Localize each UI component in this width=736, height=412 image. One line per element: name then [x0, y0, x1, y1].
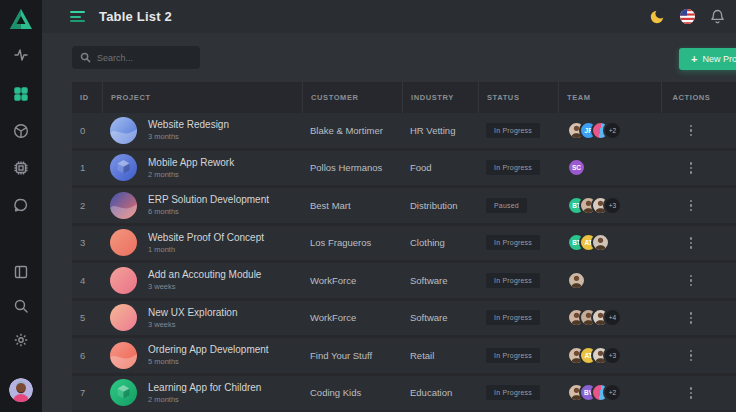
new-project-button[interactable]: + New Project: [679, 48, 736, 70]
team-avatar-photo: [567, 271, 586, 290]
actions-cell: [661, 113, 721, 148]
row-id: 2: [72, 188, 102, 223]
industry-cell: Software: [402, 301, 478, 336]
table-row: 4 Add an Accouting Module 3 weeks WorkFo…: [72, 263, 736, 301]
project-cell: Website Redesign 3 months: [102, 113, 302, 148]
customer-cell: Pollos Hermanos: [302, 151, 402, 186]
table-header: ID PROJECT CUSTOMER INDUSTRY STATUS TEAM…: [72, 82, 736, 113]
row-actions-menu-icon[interactable]: [686, 346, 697, 366]
dashboard-grid-icon[interactable]: [13, 86, 29, 102]
search-icon: [80, 52, 91, 63]
industry-cell: Education: [402, 376, 478, 411]
row-id: 5: [72, 301, 102, 336]
project-duration: 3 weeks: [148, 320, 237, 329]
project-avatar: [110, 379, 137, 406]
bell-icon[interactable]: [709, 8, 726, 25]
team-avatars: JP+2: [558, 113, 661, 148]
industry-cell: Clothing: [402, 226, 478, 261]
row-actions-menu-icon[interactable]: [686, 121, 697, 141]
status-badge: In Progress: [486, 123, 540, 138]
project-name: New UX Exploration: [148, 307, 237, 318]
menu-icon[interactable]: [70, 11, 85, 22]
search-box: [72, 46, 200, 69]
page-title: Table List 2: [99, 9, 172, 24]
customer-cell: Blake & Mortimer: [302, 113, 402, 148]
status-badge: In Progress: [486, 235, 540, 250]
project-cell: Mobile App Rework 2 months: [102, 151, 302, 186]
team-avatar-photo: [591, 233, 610, 252]
actions-cell: [661, 151, 721, 186]
team-avatars: BV+2: [558, 376, 661, 411]
row-id: 1: [72, 151, 102, 186]
user-avatar[interactable]: [9, 378, 33, 402]
project-name: Ordering App Development: [148, 344, 269, 355]
project-avatar: [110, 117, 137, 144]
activity-icon[interactable]: [13, 47, 29, 63]
moon-icon[interactable]: [649, 8, 666, 25]
topbar-actions: [649, 8, 736, 25]
project-duration: 1 month: [148, 245, 264, 254]
project-meta: New UX Exploration 3 weeks: [148, 307, 237, 329]
status-badge: In Progress: [486, 310, 540, 325]
customer-cell: Best Mart: [302, 188, 402, 223]
project-cell: Ordering App Development 5 months: [102, 338, 302, 373]
project-avatar: [110, 267, 137, 294]
row-id: 0: [72, 113, 102, 148]
search-input[interactable]: [97, 53, 187, 63]
customer-cell: Find Your Stuff: [302, 338, 402, 373]
industry-cell: Retail: [402, 338, 478, 373]
layout-panel-icon[interactable]: [13, 264, 29, 280]
row-id: 6: [72, 338, 102, 373]
project-name: Add an Accouting Module: [148, 269, 261, 280]
actions-cell: [661, 188, 721, 223]
actions-cell: [661, 376, 721, 411]
team-avatar-more: +2: [603, 121, 622, 140]
row-actions-menu-icon[interactable]: [686, 271, 697, 291]
project-cell: ERP Solution Development 6 months: [102, 188, 302, 223]
status-cell: In Progress: [478, 301, 558, 336]
gear-icon[interactable]: [13, 332, 29, 348]
main-area: Table List 2: [42, 0, 736, 412]
project-cell: Website Proof Of Concept 1 month: [102, 226, 302, 261]
column-header-status: STATUS: [478, 82, 558, 113]
app-logo-triangle-icon[interactable]: [9, 8, 33, 30]
status-cell: In Progress: [478, 376, 558, 411]
project-duration: 3 months: [148, 132, 229, 141]
team-avatar-more: +2: [603, 383, 622, 402]
row-actions-menu-icon[interactable]: [686, 233, 697, 253]
status-cell: In Progress: [478, 338, 558, 373]
team-avatars: BTAT: [558, 226, 661, 261]
row-actions-menu-icon[interactable]: [686, 196, 697, 216]
column-header-actions: ACTIONS: [661, 82, 721, 113]
project-duration: 2 months: [148, 395, 261, 404]
sidebar-nav: [13, 86, 29, 213]
search-icon[interactable]: [13, 298, 29, 314]
project-duration: 2 months: [148, 170, 234, 179]
row-actions-menu-icon[interactable]: [686, 158, 697, 178]
industry-cell: Food: [402, 151, 478, 186]
table-row: 3 Website Proof Of Concept 1 month Los F…: [72, 226, 736, 264]
customer-cell: Coding Kids: [302, 376, 402, 411]
customer-cell: WorkForce: [302, 263, 402, 298]
project-name: ERP Solution Development: [148, 194, 269, 205]
table-row: 0 Website Redesign 3 months Blake & Mort…: [72, 113, 736, 151]
row-actions-menu-icon[interactable]: [686, 383, 697, 403]
industry-cell: Software: [402, 263, 478, 298]
actions-cell: [661, 263, 721, 298]
status-badge: In Progress: [486, 385, 540, 400]
industry-cell: HR Vetting: [402, 113, 478, 148]
actions-cell: [661, 301, 721, 336]
us-flag-icon[interactable]: [679, 8, 696, 25]
industry-cell: Distribution: [402, 188, 478, 223]
project-name: Website Proof Of Concept: [148, 232, 264, 243]
package-cube-icon[interactable]: [13, 123, 29, 139]
sidebar-bottom-nav: [9, 264, 33, 412]
status-badge: In Progress: [486, 273, 540, 288]
chat-bubble-icon[interactable]: [13, 197, 29, 213]
row-actions-menu-icon[interactable]: [686, 308, 697, 328]
row-id: 3: [72, 226, 102, 261]
table-row: 2 ERP Solution Development 6 months Best…: [72, 188, 736, 226]
cpu-chip-icon[interactable]: [13, 160, 29, 176]
column-header-customer: CUSTOMER: [302, 82, 402, 113]
table-row: 7 Learning App for Children 2 months Cod…: [72, 376, 736, 412]
